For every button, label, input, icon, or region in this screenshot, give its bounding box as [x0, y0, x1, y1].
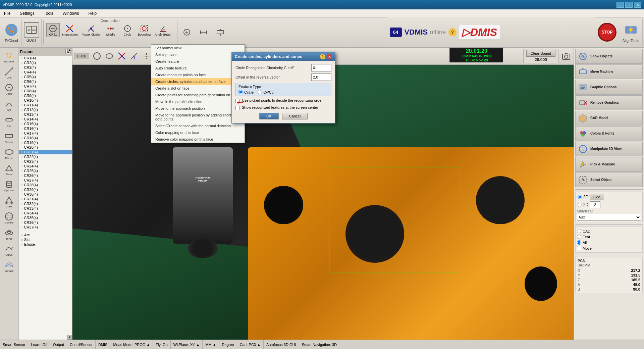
ctx-item-auto-create-feature[interactable]: Auto create feature	[151, 65, 245, 71]
radio-cyco-option[interactable]: Cy/Co	[258, 90, 274, 94]
menu-tools[interactable]: Tools	[43, 10, 55, 16]
feat-arc[interactable]: Arc	[1, 97, 17, 113]
radio-3d[interactable]	[578, 195, 582, 199]
feat-surface[interactable]: Surface	[1, 258, 17, 274]
sub-arc[interactable]: ○ Arc	[19, 233, 72, 237]
feat-list-item-CR14[interactable]: ○ CR1(4)	[19, 56, 72, 60]
feat-list-item-CR174[interactable]: ○ CR17(4)	[19, 131, 72, 136]
feat-ellipse[interactable]: Ellipse	[1, 146, 17, 161]
menu-windows[interactable]: Windows	[61, 10, 80, 16]
right-btn-show-objects[interactable]: Show Objects	[575, 49, 643, 64]
toolbar-aligntools[interactable]: AlignTools	[619, 19, 643, 46]
toolbar-perpendicular[interactable]: Perpendicular	[80, 23, 102, 37]
status-smart-navigation--3d[interactable]: Smart Navigation: 3D	[299, 340, 644, 349]
feat-list-item-CR294[interactable]: ○ CR29(4)	[19, 187, 72, 192]
circularity-input[interactable]	[311, 64, 331, 71]
right-btn-pick-measure[interactable]: Pick & Measure	[575, 157, 643, 172]
ptcloud-icon[interactable]	[3, 22, 19, 38]
feat-list-item-CR124[interactable]: ○ CR12(4)	[19, 107, 72, 112]
offset-input[interactable]	[311, 73, 331, 81]
right-btn-remove-graphics[interactable]: Remove Graphics	[575, 95, 643, 110]
auto-select[interactable]: Auto	[577, 214, 641, 220]
camera-icon[interactable]	[560, 51, 572, 61]
ctx-item-create-points-for-sc[interactable]: Create points for scanning path generati…	[151, 92, 245, 98]
feat-list-item-CR254[interactable]: ○ CR25(4)	[19, 168, 72, 173]
feat-list-item-CR114[interactable]: ○ CR11(4)	[19, 103, 72, 107]
feat-torus[interactable]: Torus	[1, 226, 17, 242]
hide-button[interactable]: Hide	[590, 194, 603, 200]
feat-list-item-CR134[interactable]: ○ CR13(4)	[19, 112, 72, 117]
feat-cone[interactable]: Cone	[1, 194, 17, 209]
dialog-help-button[interactable]: ?	[320, 54, 325, 59]
feat-list-item-CR144[interactable]: ○ CR14(4)	[19, 117, 72, 121]
dialog-ok-button[interactable]: OK	[259, 113, 279, 119]
feat-list-item-CR74[interactable]: ○ CR7(4)	[19, 84, 72, 89]
feat-curve[interactable]: Curve	[1, 242, 17, 258]
feat-list-item-CR214[interactable]: ○ CR21(4)	[19, 150, 72, 154]
view-2d-input[interactable]	[590, 201, 600, 208]
ctx-item-create-a-slot-on-fac[interactable]: Create a slot on face	[151, 85, 245, 92]
toolbar-cr21[interactable]: CR21	[46, 23, 60, 37]
gdt-icon[interactable]: ⊕GD	[24, 22, 39, 38]
question-badge[interactable]: ?	[448, 28, 457, 36]
ctx-item-move-to-the-approach[interactable]: Move to the approach position	[151, 105, 245, 112]
feat-list-item-CR154[interactable]: ○ CR15(4)	[19, 121, 72, 126]
clear-bound-button[interactable]: Clear Bound	[526, 50, 555, 57]
feat-circle[interactable]: Circle	[1, 81, 17, 97]
feat-list-item-CR344[interactable]: ○ CR34(4)	[19, 211, 72, 215]
ctx-item-create-measure-point[interactable]: Create measure points on face	[151, 71, 245, 78]
ctx-item-set-clip-plane[interactable]: Set clip plane	[151, 51, 245, 58]
feat-radio[interactable]	[577, 235, 581, 239]
radio-circle-input[interactable]	[238, 90, 243, 94]
right-btn-colors-fonts[interactable]: Colors & Fonts	[575, 126, 643, 141]
status-cart--pc3--[interactable]: Cart: PC3 ▲	[237, 340, 264, 349]
right-btn-manipulate-3d[interactable]: Manipulate 3D View	[575, 142, 643, 156]
maximize-button[interactable]: □	[625, 2, 633, 8]
toolbar-extra3[interactable]	[212, 27, 228, 38]
list-scroll-up[interactable]: ▲	[67, 48, 72, 52]
dialog-close-button[interactable]: ✕	[327, 54, 332, 59]
stop-button[interactable]: STOP	[598, 23, 616, 42]
feat-list-item-CR94[interactable]: ○ CR9(4)	[19, 93, 72, 98]
sub-slot[interactable]: ○ Slot	[19, 237, 72, 242]
radio-circle-option[interactable]: Circle	[238, 90, 254, 94]
radio-2d[interactable]	[578, 203, 582, 207]
toolbar-ptcloud[interactable]: PtCloud	[1, 19, 22, 46]
feat-list-item-CR194[interactable]: ○ CR19(4)	[19, 140, 72, 145]
feat-list-item-CR204[interactable]: ○ CR20(4)	[19, 145, 72, 150]
feat-list-item-CR224[interactable]: ○ CR22(4)	[19, 154, 72, 159]
ctx-item-select-create-sensor[interactable]: Select/Create sensor with the normal dir…	[151, 122, 245, 129]
menu-file[interactable]: File	[3, 10, 12, 16]
feat-list-item-CR104[interactable]: ○ CR10(4)	[19, 98, 72, 103]
ctx-item-create-circles--cyli[interactable]: Create circles, cylinders and cones on f…	[151, 78, 245, 85]
sub-ellipse[interactable]: ○ Ellipse	[19, 242, 72, 247]
ctx-item-create-feature[interactable]: Create feature	[151, 58, 245, 65]
menu-settings[interactable]: Settings	[18, 10, 36, 16]
toolbar-intersection[interactable]: Intersection	[60, 23, 79, 37]
feat-list-item-CR164[interactable]: ○ CR16(4)	[19, 126, 72, 131]
toolbar-extra1[interactable]	[179, 27, 195, 38]
feat-list-item-CR304[interactable]: ○ CR30(4)	[19, 192, 72, 197]
vp-btn-circle[interactable]	[91, 51, 103, 61]
all-radio[interactable]	[577, 240, 581, 245]
right-btn-select-object[interactable]: Select Object	[575, 172, 643, 187]
toolbar-angle[interactable]: Angle Betw...	[153, 23, 174, 37]
feat-list-item-CR284[interactable]: ○ CR28(4)	[19, 183, 72, 187]
feat-list-item-CR64[interactable]: ○ CR6(4)	[19, 79, 72, 84]
list-scroll-down[interactable]: ▼	[67, 335, 72, 340]
feat-line[interactable]: Line	[1, 65, 17, 81]
right-btn-graphic-options[interactable]: Graphic Options	[575, 80, 643, 95]
feat-slot[interactable]: Slot	[1, 113, 17, 129]
aligntools-icon[interactable]	[623, 22, 639, 38]
status-meas-mode--prog--[interactable]: Meas Mode: PROG ▲	[110, 340, 153, 349]
ctx-item-move-in-the-parallel[interactable]: Move in the parallel direction	[151, 98, 245, 105]
vp-btn-rect[interactable]	[103, 51, 115, 61]
cad-radio[interactable]	[577, 229, 581, 233]
feat-sphere[interactable]: Sphere	[1, 210, 17, 226]
toolbar-bounding[interactable]: Bounding	[136, 23, 152, 37]
feat-list-item-CR354[interactable]: ○ CR35(4)	[19, 215, 72, 220]
right-btn-cad-model[interactable]: CAD Model	[575, 111, 643, 126]
feat-list-item-CR334[interactable]: ○ CR33(4)	[19, 206, 72, 211]
status-smart-sensor[interactable]: Smart Sensor	[0, 340, 28, 349]
vp-btn-perp[interactable]	[128, 51, 140, 61]
